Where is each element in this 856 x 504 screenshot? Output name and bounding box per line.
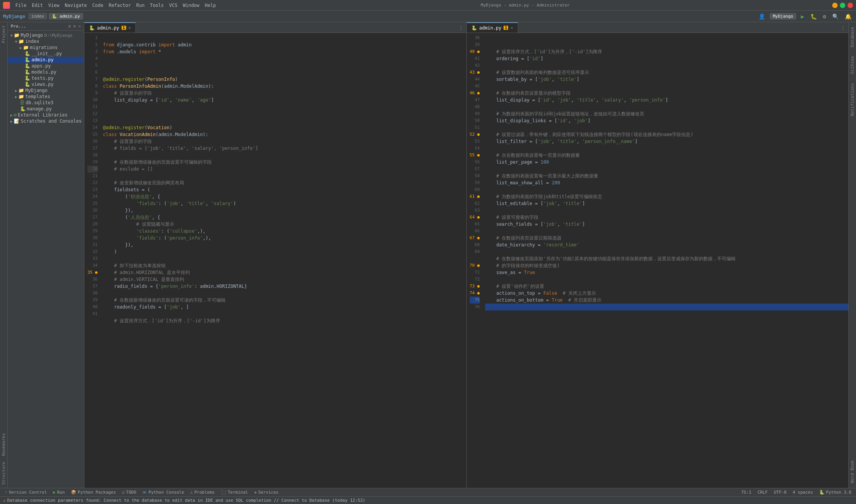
tree-item-mydjango-sub[interactable]: ▶ 📁 MyDjango xyxy=(8,87,84,94)
status-run[interactable]: ▶ Run xyxy=(51,490,66,495)
tree-item-root[interactable]: ▼ 📁 MyDjango D:\MyDjango xyxy=(8,32,84,38)
toolbar-tab-adminpy[interactable]: 🐍 admin.py xyxy=(49,13,83,20)
r-line-61: list_editable = ['job', 'title'] xyxy=(485,201,585,206)
line-41: # 设置排序方式，['id']为升序，['-id']为降序 xyxy=(103,318,220,323)
status-todo[interactable]: ☑ TODO xyxy=(120,490,138,495)
menu-navigate[interactable]: Navigate xyxy=(63,2,89,9)
file-icon-manage: 🐍 xyxy=(20,106,26,112)
tree-item-templates[interactable]: ▶ 📁 templates xyxy=(8,94,84,100)
r-line-68 xyxy=(485,249,488,254)
terminal-label: Terminal xyxy=(228,490,248,495)
tree-item-migrations[interactable]: ▶ 📁 migrations xyxy=(8,44,84,51)
vc-icon: ⑃ xyxy=(5,490,7,495)
status-python-version[interactable]: 🐍 Python 3.8 xyxy=(818,490,853,495)
menu-help[interactable]: Help xyxy=(202,2,218,9)
project-panel: Pro... ⚙ ≡ × ▼ 📁 MyDjango D:\MyDjango ▼ … xyxy=(8,22,84,488)
close-button[interactable] xyxy=(848,3,853,8)
tree-item-index[interactable]: ▼ 📁 index xyxy=(8,38,84,44)
menu-vcs[interactable]: VCS xyxy=(167,2,180,9)
menu-refactor[interactable]: Refactor xyxy=(106,2,133,9)
right-editor-tabs: 🐍 admin.py 1 × ⋮ xyxy=(467,22,849,33)
toolbar-tab-index[interactable]: index xyxy=(28,13,47,20)
status-python-packages[interactable]: 📦 Python Packages xyxy=(69,490,117,495)
toolbar: MyDjango index 🐍 admin.py 👤 MyDjango ▶ 🐛… xyxy=(0,11,856,22)
project-header-icons[interactable]: ⚙ ≡ × xyxy=(68,24,81,29)
minimize-button[interactable] xyxy=(832,3,838,8)
maximize-button[interactable] xyxy=(840,3,845,8)
menu-window[interactable]: Window xyxy=(181,2,202,9)
panel-structure[interactable]: Structure xyxy=(0,459,7,488)
search-icon[interactable]: 🔍 xyxy=(831,13,840,20)
status-position[interactable]: 75:1 xyxy=(740,490,753,495)
tree-item-admin[interactable]: 🐍 admin.py xyxy=(8,57,84,63)
tree-item-manage[interactable]: 🐍 manage.py xyxy=(8,106,84,112)
right-tab-menu[interactable]: ⋮ xyxy=(838,25,848,30)
tree-item-models[interactable]: 🐍 models.py xyxy=(8,69,84,75)
notification-icon[interactable]: 🔔 xyxy=(843,13,853,20)
status-crlf[interactable]: CRLF xyxy=(756,490,769,495)
menu-run[interactable]: Run xyxy=(134,2,147,9)
tree-item-db[interactable]: 🗄 db.sqlite3 xyxy=(8,100,84,106)
panel-sciview[interactable]: SciView xyxy=(849,53,856,77)
left-code-content[interactable]: from django.contrib import admin from .m… xyxy=(100,33,466,488)
tree-label-init: __init__.py xyxy=(31,51,62,56)
panel-notifications[interactable]: Notifications xyxy=(849,80,856,119)
status-problems[interactable]: ⚠ Problems xyxy=(189,490,216,495)
run-config-label[interactable]: MyDjango xyxy=(770,13,796,20)
status-terminal[interactable]: ⬛ Terminal xyxy=(219,490,250,495)
tree-label-mydjango-sub: MyDjango xyxy=(25,88,48,93)
menu-file[interactable]: File xyxy=(13,2,29,9)
menu-view[interactable]: View xyxy=(46,2,62,9)
line-39: readonly_fields = ['job', ] xyxy=(103,304,189,310)
project-label: MyDjango xyxy=(3,14,25,19)
r-line-60: # 为数据列表面的字段job和title设置可编辑状态 xyxy=(485,194,602,199)
status-version-control[interactable]: ⑃ Version Control xyxy=(3,490,48,495)
line-8: # 设置显示的字段 xyxy=(103,90,152,96)
tree-item-tests[interactable]: 🐍 tests.py xyxy=(8,75,84,81)
panel-bookmarks[interactable]: Bookmarks xyxy=(0,430,7,459)
menu-edit[interactable]: Edit xyxy=(30,2,45,9)
status-services[interactable]: ◈ Services xyxy=(253,490,280,495)
status-encoding[interactable]: UTF-8 xyxy=(772,490,788,495)
panel-wordbook[interactable]: Word Book xyxy=(849,457,856,486)
left-tab-icon: 🐍 xyxy=(89,25,95,31)
tree-item-views[interactable]: 🐍 views.py xyxy=(8,81,84,87)
profile-icon[interactable]: 👤 xyxy=(757,13,767,20)
left-tab-adminpy[interactable]: 🐍 admin.py 1 × xyxy=(84,22,136,33)
project-tree[interactable]: ▼ 📁 MyDjango D:\MyDjango ▼ 📁 index ▶ 📁 m… xyxy=(8,31,84,488)
tree-label-admin: admin.py xyxy=(31,57,54,62)
file-icon-tests: 🐍 xyxy=(25,76,30,81)
r-line-38 xyxy=(485,42,488,48)
status-python-console[interactable]: ≫ Python Console xyxy=(141,490,186,495)
folder-icon-templates: 📁 xyxy=(18,94,24,99)
line-3 xyxy=(103,56,106,61)
left-tab-close[interactable]: × xyxy=(128,25,131,30)
tree-item-scratches[interactable]: ▶ 📝 Scratches and Consoles xyxy=(8,118,84,124)
left-code-editor[interactable]: 1 2 3 4 5 6 7 8 9 10 11 12 13 14 xyxy=(84,33,466,488)
debug-button[interactable]: 🐛 xyxy=(809,13,818,20)
tree-item-apps[interactable]: 🐍 apps.py xyxy=(8,63,84,69)
line-33: # 卸下拉框改为单选按钮 xyxy=(103,263,166,268)
line-35: # admin.VERTICAL 是垂直排列 xyxy=(103,277,184,282)
panel-database[interactable]: Database xyxy=(849,24,856,50)
right-code-editor[interactable]: 38 39 40 ● 41 42 43 ● 44 45 46 ● 47 48 4… xyxy=(467,33,849,488)
run-label: Run xyxy=(57,490,65,495)
status-indent[interactable]: 4 spaces xyxy=(791,490,815,495)
pkg-label: Python Packages xyxy=(78,490,116,495)
panel-project[interactable]: Project xyxy=(0,22,7,46)
line-5 xyxy=(103,70,106,75)
menu-tools[interactable]: Tools xyxy=(148,2,166,9)
right-tab-close[interactable]: × xyxy=(510,25,513,30)
tree-label-db: db.sqlite3 xyxy=(26,100,53,105)
tree-item-ext-libs[interactable]: ▶ ⊞ External Libraries xyxy=(8,112,84,118)
run-button[interactable]: ▶ xyxy=(799,13,805,20)
menu-code[interactable]: Code xyxy=(90,2,106,9)
right-tab-adminpy[interactable]: 🐍 admin.py 1 × xyxy=(467,22,518,33)
line-29: 'fields': ('person_info',), xyxy=(103,235,211,241)
right-code-content[interactable]: # 设置排序方式，['id']为升序，['-id']为降序 ordering =… xyxy=(482,33,848,488)
line-32 xyxy=(103,256,106,261)
settings-icon[interactable]: ⚙ xyxy=(821,13,828,20)
info-bar: ⚠ Database connection parameters found: … xyxy=(0,496,856,504)
left-tab-menu[interactable]: ⋮ xyxy=(456,25,466,30)
tree-item-init[interactable]: 🐍 __init__.py xyxy=(8,51,84,57)
